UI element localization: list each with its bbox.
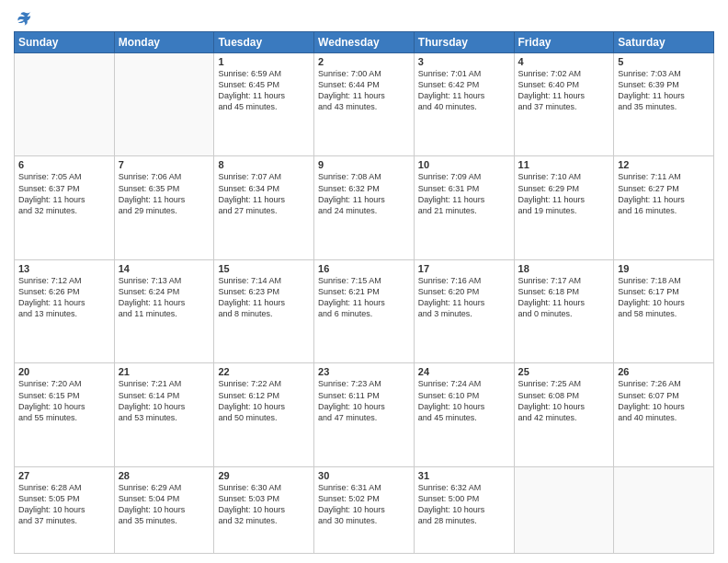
day-number: 16	[318, 263, 410, 274]
day-number: 10	[418, 159, 510, 170]
calendar-week-3: 13Sunrise: 7:12 AM Sunset: 6:26 PM Dayli…	[15, 259, 714, 362]
header	[14, 9, 714, 26]
day-number: 26	[618, 366, 710, 377]
table-row	[614, 466, 714, 553]
table-row: 31Sunrise: 6:32 AM Sunset: 5:00 PM Dayli…	[414, 466, 514, 553]
table-row: 22Sunrise: 7:22 AM Sunset: 6:12 PM Dayli…	[214, 363, 314, 466]
weekday-header-sunday: Sunday	[15, 32, 115, 53]
weekday-header-monday: Monday	[114, 32, 214, 53]
cell-details: Sunrise: 7:16 AM Sunset: 6:20 PM Dayligh…	[418, 275, 510, 320]
table-row: 6Sunrise: 7:05 AM Sunset: 6:37 PM Daylig…	[15, 156, 115, 259]
cell-details: Sunrise: 7:23 AM Sunset: 6:11 PM Dayligh…	[318, 378, 410, 423]
table-row: 2Sunrise: 7:00 AM Sunset: 6:44 PM Daylig…	[314, 53, 415, 156]
day-number: 5	[618, 56, 710, 67]
cell-details: Sunrise: 7:00 AM Sunset: 6:44 PM Dayligh…	[318, 68, 410, 113]
day-number: 11	[518, 159, 610, 170]
day-number: 1	[218, 56, 310, 67]
day-number: 7	[119, 159, 210, 170]
day-number: 24	[418, 366, 510, 377]
table-row: 9Sunrise: 7:08 AM Sunset: 6:32 PM Daylig…	[314, 156, 415, 259]
weekday-header-friday: Friday	[514, 32, 614, 53]
day-number: 9	[318, 159, 410, 170]
day-number: 18	[518, 263, 610, 274]
cell-details: Sunrise: 7:17 AM Sunset: 6:18 PM Dayligh…	[518, 275, 610, 320]
table-row	[514, 466, 614, 553]
day-number: 20	[18, 366, 110, 377]
weekday-header-row: SundayMondayTuesdayWednesdayThursdayFrid…	[15, 32, 714, 53]
cell-details: Sunrise: 6:59 AM Sunset: 6:45 PM Dayligh…	[218, 68, 310, 113]
day-number: 27	[18, 470, 110, 481]
cell-details: Sunrise: 6:29 AM Sunset: 5:04 PM Dayligh…	[119, 482, 210, 527]
cell-details: Sunrise: 6:31 AM Sunset: 5:02 PM Dayligh…	[318, 482, 410, 527]
calendar-week-4: 20Sunrise: 7:20 AM Sunset: 6:15 PM Dayli…	[15, 363, 714, 466]
day-number: 3	[418, 56, 510, 67]
table-row	[15, 53, 115, 156]
table-row: 20Sunrise: 7:20 AM Sunset: 6:15 PM Dayli…	[15, 363, 115, 466]
day-number: 22	[218, 366, 310, 377]
table-row: 14Sunrise: 7:13 AM Sunset: 6:24 PM Dayli…	[114, 259, 214, 362]
cell-details: Sunrise: 7:26 AM Sunset: 6:07 PM Dayligh…	[618, 378, 710, 423]
day-number: 23	[318, 366, 410, 377]
cell-details: Sunrise: 7:21 AM Sunset: 6:14 PM Dayligh…	[119, 378, 210, 423]
day-number: 19	[618, 263, 710, 274]
cell-details: Sunrise: 7:15 AM Sunset: 6:21 PM Dayligh…	[318, 275, 410, 320]
cell-details: Sunrise: 7:10 AM Sunset: 6:29 PM Dayligh…	[518, 171, 610, 216]
weekday-header-saturday: Saturday	[614, 32, 714, 53]
table-row: 18Sunrise: 7:17 AM Sunset: 6:18 PM Dayli…	[514, 259, 614, 362]
cell-details: Sunrise: 7:09 AM Sunset: 6:31 PM Dayligh…	[418, 171, 510, 216]
cell-details: Sunrise: 7:12 AM Sunset: 6:26 PM Dayligh…	[18, 275, 110, 320]
day-number: 6	[18, 159, 110, 170]
day-number: 2	[318, 56, 410, 67]
day-number: 14	[119, 263, 210, 274]
calendar-week-5: 27Sunrise: 6:28 AM Sunset: 5:05 PM Dayli…	[15, 466, 714, 553]
day-number: 29	[218, 470, 310, 481]
table-row: 19Sunrise: 7:18 AM Sunset: 6:17 PM Dayli…	[614, 259, 714, 362]
table-row: 12Sunrise: 7:11 AM Sunset: 6:27 PM Dayli…	[614, 156, 714, 259]
cell-details: Sunrise: 7:13 AM Sunset: 6:24 PM Dayligh…	[119, 275, 210, 320]
weekday-header-thursday: Thursday	[414, 32, 514, 53]
table-row: 1Sunrise: 6:59 AM Sunset: 6:45 PM Daylig…	[214, 53, 314, 156]
cell-details: Sunrise: 7:05 AM Sunset: 6:37 PM Dayligh…	[18, 171, 110, 216]
day-number: 21	[119, 366, 210, 377]
cell-details: Sunrise: 7:24 AM Sunset: 6:10 PM Dayligh…	[418, 378, 510, 423]
day-number: 13	[18, 263, 110, 274]
table-row: 25Sunrise: 7:25 AM Sunset: 6:08 PM Dayli…	[514, 363, 614, 466]
table-row: 29Sunrise: 6:30 AM Sunset: 5:03 PM Dayli…	[214, 466, 314, 553]
day-number: 8	[218, 159, 310, 170]
cell-details: Sunrise: 7:22 AM Sunset: 6:12 PM Dayligh…	[218, 378, 310, 423]
cell-details: Sunrise: 7:08 AM Sunset: 6:32 PM Dayligh…	[318, 171, 410, 216]
cell-details: Sunrise: 7:07 AM Sunset: 6:34 PM Dayligh…	[218, 171, 310, 216]
weekday-header-tuesday: Tuesday	[214, 32, 314, 53]
table-row: 27Sunrise: 6:28 AM Sunset: 5:05 PM Dayli…	[15, 466, 115, 553]
cell-details: Sunrise: 7:20 AM Sunset: 6:15 PM Dayligh…	[18, 378, 110, 423]
cell-details: Sunrise: 6:32 AM Sunset: 5:00 PM Dayligh…	[418, 482, 510, 527]
table-row: 28Sunrise: 6:29 AM Sunset: 5:04 PM Dayli…	[114, 466, 214, 553]
day-number: 15	[218, 263, 310, 274]
table-row: 23Sunrise: 7:23 AM Sunset: 6:11 PM Dayli…	[314, 363, 415, 466]
table-row: 3Sunrise: 7:01 AM Sunset: 6:42 PM Daylig…	[414, 53, 514, 156]
table-row: 5Sunrise: 7:03 AM Sunset: 6:39 PM Daylig…	[614, 53, 714, 156]
cell-details: Sunrise: 7:03 AM Sunset: 6:39 PM Dayligh…	[618, 68, 710, 113]
table-row: 7Sunrise: 7:06 AM Sunset: 6:35 PM Daylig…	[114, 156, 214, 259]
cell-details: Sunrise: 7:02 AM Sunset: 6:40 PM Dayligh…	[518, 68, 610, 113]
cell-details: Sunrise: 7:25 AM Sunset: 6:08 PM Dayligh…	[518, 378, 610, 423]
day-number: 31	[418, 470, 510, 481]
day-number: 25	[518, 366, 610, 377]
day-number: 28	[119, 470, 210, 481]
page: SundayMondayTuesdayWednesdayThursdayFrid…	[0, 0, 728, 563]
calendar-week-1: 1Sunrise: 6:59 AM Sunset: 6:45 PM Daylig…	[15, 53, 714, 156]
table-row: 13Sunrise: 7:12 AM Sunset: 6:26 PM Dayli…	[15, 259, 115, 362]
table-row: 26Sunrise: 7:26 AM Sunset: 6:07 PM Dayli…	[614, 363, 714, 466]
cell-details: Sunrise: 6:30 AM Sunset: 5:03 PM Dayligh…	[218, 482, 310, 527]
table-row	[114, 53, 214, 156]
cell-details: Sunrise: 7:14 AM Sunset: 6:23 PM Dayligh…	[218, 275, 310, 320]
cell-details: Sunrise: 7:18 AM Sunset: 6:17 PM Dayligh…	[618, 275, 710, 320]
table-row: 15Sunrise: 7:14 AM Sunset: 6:23 PM Dayli…	[214, 259, 314, 362]
day-number: 30	[318, 470, 410, 481]
table-row: 30Sunrise: 6:31 AM Sunset: 5:02 PM Dayli…	[314, 466, 415, 553]
cell-details: Sunrise: 7:01 AM Sunset: 6:42 PM Dayligh…	[418, 68, 510, 113]
table-row: 21Sunrise: 7:21 AM Sunset: 6:14 PM Dayli…	[114, 363, 214, 466]
logo-bird-icon	[16, 9, 32, 26]
weekday-header-wednesday: Wednesday	[314, 32, 415, 53]
table-row: 11Sunrise: 7:10 AM Sunset: 6:29 PM Dayli…	[514, 156, 614, 259]
